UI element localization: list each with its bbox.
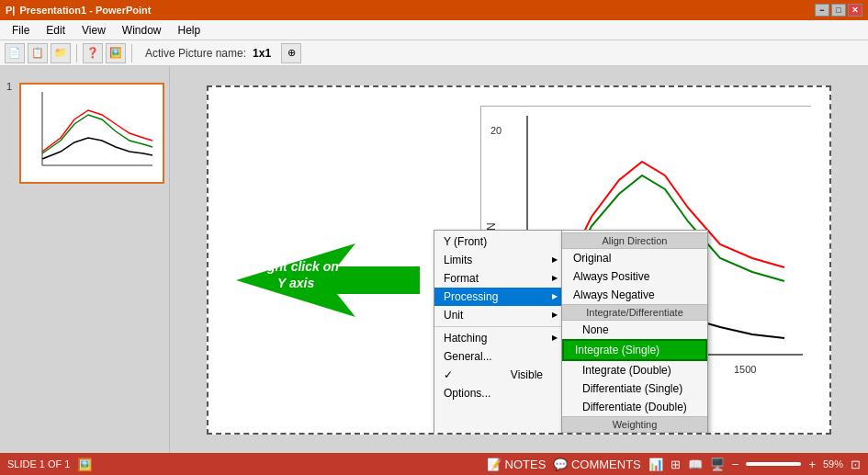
status-bar: SLIDE 1 OF 1 🖼️ 📝 NOTES 💬 COMMENTS 📊 ⊞ 📖… — [0, 453, 868, 475]
submenu-none-integrate[interactable]: None — [562, 321, 707, 339]
toolbar-btn-1[interactable]: 📄 — [5, 43, 25, 63]
main-area: 1 — [0, 66, 868, 453]
submenu-differentiate-single[interactable]: Differentiate (Single) — [562, 379, 707, 398]
window-title: Presentation1 - PowerPoint — [19, 5, 151, 16]
notes-button[interactable]: 📝 NOTES — [487, 458, 546, 471]
ctx-unit[interactable]: Unit — [434, 306, 561, 324]
title-bar: P| Presentation1 - PowerPoint − □ ✕ — [0, 0, 868, 20]
toolbar-btn-6[interactable]: ⊕ — [281, 43, 301, 63]
ctx-processing[interactable]: Processing — [434, 288, 561, 306]
slide-thumbnail[interactable] — [19, 83, 164, 184]
context-menu-left: Y (Front) Limits Format Processing Unit — [434, 230, 562, 435]
section-align-direction: Align Direction — [562, 232, 707, 249]
toolbar-sep-2 — [131, 44, 132, 62]
zoom-slider[interactable] — [746, 462, 801, 466]
menu-help[interactable]: Help — [171, 22, 209, 39]
arrow-svg: Right click on Y axis — [227, 230, 429, 349]
menu-edit[interactable]: Edit — [39, 22, 73, 39]
ctx-limits[interactable]: Limits — [434, 251, 561, 269]
minimize-button[interactable]: − — [815, 4, 829, 17]
ctx-y-front[interactable]: Y (Front) — [434, 232, 561, 251]
app-icon: P| — [6, 5, 15, 16]
submenu-integrate-double[interactable]: Integrate (Double) — [562, 361, 707, 379]
toolbar-btn-2[interactable]: 📋 — [28, 43, 48, 63]
active-picture-label: Active Picture name: — [145, 47, 246, 60]
status-icon-5[interactable]: 🖥️ — [710, 458, 725, 471]
svg-text:Right click on: Right click on — [254, 259, 339, 274]
thumb-content — [24, 87, 157, 179]
ctx-hatching[interactable]: Hatching — [434, 329, 561, 347]
mini-chart-svg — [24, 87, 157, 179]
status-icon-4[interactable]: 📖 — [688, 458, 703, 471]
menu-file[interactable]: File — [5, 22, 37, 39]
submenu-always-positive[interactable]: Always Positive — [562, 267, 707, 286]
maximize-button[interactable]: □ — [831, 4, 846, 17]
title-bar-left: P| Presentation1 - PowerPoint — [6, 5, 151, 16]
menu-bar: File Edit View Window Help — [0, 20, 868, 40]
context-menu-area: Y (Front) Limits Format Processing Unit — [434, 230, 708, 435]
comments-button[interactable]: 💬 COMMENTS — [553, 458, 640, 471]
status-icon-1[interactable]: 🖼️ — [77, 458, 92, 471]
ctx-format[interactable]: Format — [434, 269, 561, 288]
context-menu-right: Align Direction Original Always Positive… — [561, 230, 708, 435]
submenu-differentiate-double[interactable]: Differentiate (Double) — [562, 398, 707, 416]
slide-info: SLIDE 1 OF 1 — [7, 458, 70, 469]
menu-view[interactable]: View — [74, 22, 113, 39]
svg-text:1500: 1500 — [734, 364, 756, 375]
status-icon-3[interactable]: ⊞ — [671, 458, 681, 471]
green-arrow-annotation: Right click on Y axis — [227, 230, 429, 352]
ctx-visible[interactable]: ✓ Visible — [434, 366, 561, 384]
title-bar-controls: − □ ✕ — [815, 4, 862, 17]
fit-slide-button[interactable]: ⊡ — [851, 458, 861, 471]
submenu-integrate-single[interactable]: Integrate (Single) — [562, 339, 707, 361]
canvas-area: g/N 1300 1400 1500 Hz 20 — [170, 66, 868, 453]
svg-text:Y axis: Y axis — [277, 276, 314, 290]
toolbar-btn-3[interactable]: 📁 — [51, 43, 71, 63]
status-icon-2[interactable]: 📊 — [648, 458, 663, 471]
zoom-in-button[interactable]: + — [808, 458, 816, 471]
close-button[interactable]: ✕ — [848, 4, 862, 17]
ctx-sep-1 — [434, 326, 561, 327]
submenu-always-negative[interactable]: Always Negative — [562, 286, 707, 304]
ctx-general[interactable]: General... — [434, 347, 561, 366]
toolbar: 📄 📋 📁 ❓ 🖼️ Active Picture name: 1x1 ⊕ — [0, 40, 868, 66]
zoom-level: 59% — [823, 458, 843, 469]
slide-panel: 1 — [0, 66, 170, 453]
slide-canvas: g/N 1300 1400 1500 Hz 20 — [207, 85, 831, 435]
zoom-out-button[interactable]: − — [732, 458, 739, 471]
toolbar-sep-1 — [76, 44, 77, 62]
active-picture-name: 1x1 — [253, 47, 271, 60]
toolbar-btn-5[interactable]: 🖼️ — [106, 43, 126, 63]
svg-marker-11 — [236, 243, 420, 317]
section-weighting: Weighting — [562, 416, 707, 433]
svg-text:20: 20 — [490, 125, 502, 136]
status-right: 📝 NOTES 💬 COMMENTS 📊 ⊞ 📖 🖥️ − + 59% ⊡ — [487, 458, 861, 471]
ctx-options[interactable]: Options... — [434, 384, 561, 402]
submenu-original-weight[interactable]: Original — [562, 433, 707, 435]
toolbar-btn-4[interactable]: ❓ — [83, 43, 103, 63]
menu-window[interactable]: Window — [115, 22, 169, 39]
status-left: SLIDE 1 OF 1 🖼️ — [7, 458, 92, 471]
slide-number: 1 — [6, 81, 12, 92]
section-integrate: Integrate/Differentiate — [562, 304, 707, 321]
submenu-original-align[interactable]: Original — [562, 249, 707, 267]
